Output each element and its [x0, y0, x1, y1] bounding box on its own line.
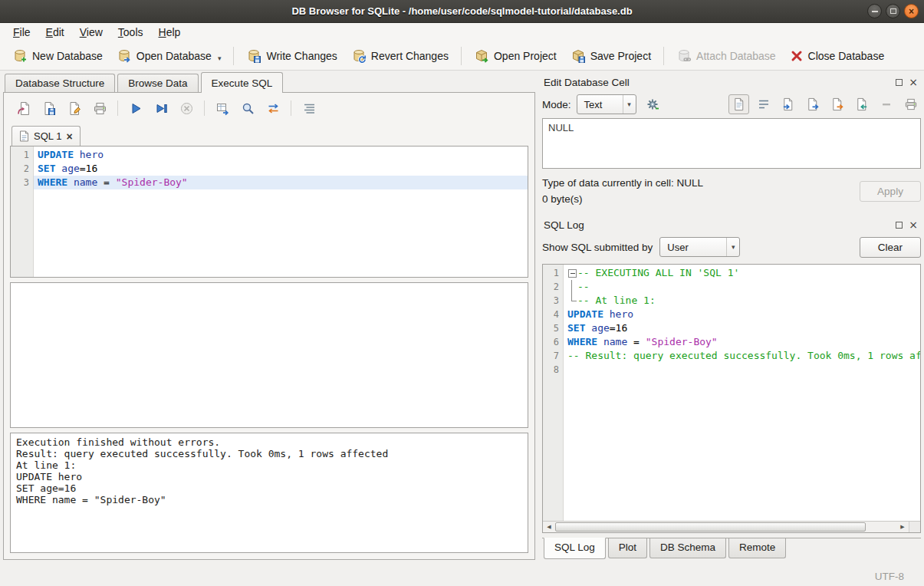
close-window-button[interactable]: ×: [904, 4, 919, 18]
execution-message: Execution finished without errors. Resul…: [10, 433, 528, 553]
sql1-tab-label: SQL 1: [34, 130, 61, 142]
print-icon: [904, 97, 918, 111]
scroll-left-button[interactable]: ◀: [543, 522, 555, 532]
sql1-tab[interactable]: SQL 1 ×: [12, 126, 81, 146]
close-panel-icon[interactable]: ×: [909, 77, 918, 87]
text-mode-button[interactable]: [728, 94, 749, 114]
save-project-button[interactable]: Save Project: [564, 44, 657, 67]
toolbar-separator: [117, 100, 118, 116]
mode-select[interactable]: Text ▾: [577, 94, 636, 114]
cell-mode-row: Mode: Text ▾: [542, 92, 921, 117]
scrollbar-thumb[interactable]: [555, 522, 866, 532]
find-button[interactable]: [237, 98, 258, 119]
revert-changes-button[interactable]: Revert Changes: [345, 44, 455, 67]
code-line[interactable]: --: [564, 280, 920, 294]
collapse-icon[interactable]: [567, 266, 577, 280]
tab-plot[interactable]: Plot: [608, 538, 647, 558]
export-results-button[interactable]: [212, 98, 233, 119]
chevron-down-icon: ▾: [726, 238, 739, 256]
copy-cell-button[interactable]: [827, 94, 847, 114]
fold-guide: [567, 280, 577, 294]
stop-execution-button: [176, 98, 197, 119]
write-changes-button[interactable]: Write Changes: [240, 44, 343, 67]
print-cell-button[interactable]: [900, 94, 921, 114]
menu-view[interactable]: View: [73, 25, 110, 40]
code-line[interactable]: SET age=16: [34, 162, 528, 176]
code-line[interactable]: WHERE name = "Spider-Boy": [34, 176, 528, 189]
minimize-button[interactable]: [867, 4, 882, 18]
token-string: "Spider-Boy": [646, 336, 718, 347]
horizontal-scrollbar[interactable]: ◀ ▶: [543, 521, 920, 532]
float-panel-icon[interactable]: [896, 222, 903, 229]
menu-edit[interactable]: Edit: [39, 25, 71, 40]
line-number: 3: [11, 176, 29, 189]
float-panel-icon[interactable]: [896, 79, 903, 86]
code-line[interactable]: SET age=16: [564, 321, 920, 335]
tab-database-structure[interactable]: Database Structure: [5, 74, 115, 93]
tab-execute-sql[interactable]: Execute SQL: [201, 72, 284, 93]
toolbar-separator: [663, 47, 664, 65]
tab-remote[interactable]: Remote: [728, 538, 786, 558]
format-sql-button[interactable]: [298, 98, 320, 119]
save-sql-file-icon: [42, 101, 57, 116]
code-line[interactable]: WHERE name = "Spider-Boy": [564, 335, 920, 349]
open-database-dropdown-caret[interactable]: ▾: [218, 54, 222, 64]
scroll-right-button[interactable]: ▶: [896, 522, 909, 532]
auto-format-button[interactable]: [642, 94, 663, 115]
cell-info-row: Type of data currently in cell: NULL 0 b…: [542, 175, 921, 207]
editor-line-numbers: 123: [11, 146, 34, 277]
token-string: "Spider-Boy": [116, 176, 188, 188]
save-sql-as-icon: [67, 101, 82, 116]
code-line[interactable]: -- EXECUTING ALL IN 'SQL 1': [564, 266, 920, 280]
word-wrap-button[interactable]: [753, 94, 774, 114]
cell-type-info: Type of data currently in cell: NULL: [542, 175, 860, 191]
print-icon: [93, 101, 107, 116]
token-plain: [74, 149, 80, 160]
save-sql-file-button[interactable]: [38, 98, 60, 119]
export-cell-button[interactable]: [802, 94, 823, 114]
editor-code-area[interactable]: UPDATE heroSET age=16WHERE name = "Spide…: [34, 146, 528, 277]
cell-value-editor[interactable]: NULL: [542, 118, 921, 169]
attach-database-icon: [676, 48, 692, 64]
close-database-label: Close Database: [808, 50, 885, 62]
app-window: DB Browser for SQLite - /home/user/code/…: [0, 0, 924, 586]
maximize-button[interactable]: [886, 4, 900, 18]
sql-editor[interactable]: 123 UPDATE heroSET age=16WHERE name = "S…: [10, 146, 528, 278]
code-line[interactable]: UPDATE hero: [564, 308, 920, 321]
token-plain: [67, 176, 74, 188]
encoding-indicator[interactable]: UTF-8: [875, 571, 904, 582]
code-line[interactable]: -- At line 1:: [564, 294, 920, 308]
gear-icon: [646, 97, 659, 111]
open-database-button[interactable]: Open Database ▾: [110, 44, 228, 67]
line-number: 5: [543, 321, 559, 335]
code-line[interactable]: [564, 363, 920, 377]
close-panel-icon[interactable]: ×: [909, 219, 918, 230]
clear-log-button[interactable]: Clear: [860, 237, 921, 258]
titlebar[interactable]: DB Browser for SQLite - /home/user/code/…: [0, 0, 924, 23]
cell-editor-toolbar: [728, 94, 921, 114]
import-cell-button[interactable]: [778, 94, 798, 114]
save-sql-as-button[interactable]: [64, 98, 85, 119]
scrollbar-track[interactable]: [555, 522, 896, 532]
code-line[interactable]: UPDATE hero: [34, 148, 528, 162]
execute-line-button[interactable]: [150, 98, 172, 119]
execute-all-button[interactable]: [125, 98, 146, 119]
tab-db-schema[interactable]: DB Schema: [649, 538, 726, 558]
open-project-button[interactable]: Open Project: [468, 44, 563, 67]
sql1-tab-close-icon[interactable]: ×: [66, 131, 72, 142]
menu-file[interactable]: File: [6, 25, 38, 40]
mode-label: Mode:: [542, 99, 571, 110]
new-database-button[interactable]: New Database: [6, 44, 109, 67]
menu-help[interactable]: Help: [152, 25, 188, 40]
submitter-select[interactable]: User ▾: [659, 237, 740, 257]
code-line[interactable]: -- Result: query executed successfully. …: [564, 349, 920, 363]
print-sql-button[interactable]: [89, 98, 110, 119]
menu-tools[interactable]: Tools: [111, 25, 150, 40]
close-database-button[interactable]: Close Database: [784, 45, 891, 67]
paste-cell-button[interactable]: [851, 94, 872, 114]
tab-browse-data[interactable]: Browse Data: [117, 74, 198, 93]
replace-button[interactable]: [262, 98, 284, 119]
tab-sql-log[interactable]: SQL Log: [544, 538, 606, 559]
open-sql-file-button[interactable]: [13, 98, 35, 119]
results-grid[interactable]: [10, 282, 528, 428]
